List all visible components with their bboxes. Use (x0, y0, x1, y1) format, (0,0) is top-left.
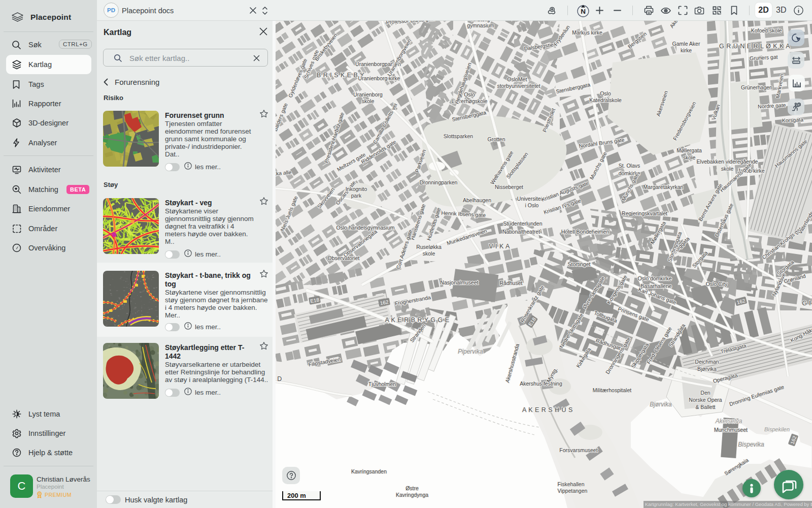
svg-text:Bjørvika: Bjørvika (650, 401, 672, 408)
svg-text:Deichman: Deichman (695, 359, 719, 365)
svg-text:Den: Den (700, 390, 710, 396)
svg-text:B R I S K E B Y: B R I S K E B Y (317, 72, 364, 79)
svg-text:Kofoed skole: Kofoed skole (751, 27, 782, 34)
svg-text:Oslo: Oslo (464, 91, 475, 98)
svg-text:Forsvarsmuseet: Forsvarsmuseet (559, 447, 597, 453)
svg-text:V I K A: V I K A (489, 243, 510, 250)
svg-text:Rådhuset: Rådhuset (500, 280, 523, 286)
svg-text:park: park (351, 193, 362, 199)
svg-text:Katedralskole: Katedralskole (589, 97, 622, 103)
svg-text:skole: skole (423, 250, 435, 257)
svg-text:Oslo domkirke: Oslo domkirke (637, 275, 671, 281)
svg-text:Munchmuseet: Munchmuseet (714, 427, 748, 433)
svg-text:St. Olavs: St. Olavs (619, 163, 640, 169)
svg-text:Uranienborg kirke: Uranienborg kirke (358, 75, 400, 81)
svg-text:skole: skole (721, 166, 734, 172)
svg-text:A K E R S H U S: A K E R S H U S (522, 406, 573, 414)
svg-text:Bispevika: Bispevika (738, 441, 764, 448)
svg-text:Inkognito: Inkognito (346, 186, 367, 192)
svg-text:Stortinget: Stortinget (568, 261, 591, 267)
svg-text:Kavringsanden: Kavringsanden (351, 468, 387, 474)
svg-text:gymnasium: gymnasium (467, 22, 494, 28)
svg-text:G R Ü N E R L Ø K K A: G R Ü N E R L Ø K K A (719, 43, 790, 50)
svg-text:Abelhaugen: Abelhaugen (463, 197, 491, 203)
svg-text:Korsgata: Korsgata (782, 116, 803, 123)
svg-text:Oslo handelsgymnasium: Oslo handelsgymnasium (336, 225, 395, 231)
svg-text:Møllergata: Møllergata (676, 147, 702, 153)
svg-text:Vippetangen: Vippetangen (558, 488, 588, 494)
svg-text:Bispekilen: Bispekilen (764, 426, 790, 432)
svg-text:Nisseberget: Nisseberget (495, 184, 523, 190)
svg-text:Regjeringskvartalet: Regjeringskvartalet (622, 210, 667, 216)
svg-text:Østre: Østre (405, 485, 419, 491)
svg-text:Grünerhagen: Grünerhagen (741, 84, 772, 90)
svg-text:Slottsparken: Slottsparken (444, 133, 473, 139)
svg-text:Markus kirke: Markus kirke (572, 29, 602, 36)
svg-text:A K E R B R Y G G E: A K E R B R Y G G E (385, 316, 449, 324)
svg-text:D: D (277, 375, 282, 383)
svg-text:G R: G R (802, 300, 812, 307)
svg-text:skole: skole (683, 154, 696, 161)
svg-text:Bjørvika: Bjørvika (697, 366, 717, 372)
svg-text:Akerselva: Akerselva (715, 418, 742, 425)
svg-text:Nasjonalmuseet: Nasjonalmuseet (440, 279, 478, 285)
svg-text:storbyuniversitetet: storbyuniversitetet (497, 83, 540, 89)
svg-text:Nationaltheatret: Nationaltheatret (502, 229, 540, 235)
svg-text:Fiskehallen: Fiskehallen (557, 481, 584, 487)
svg-text:i Oslo: i Oslo (525, 202, 539, 208)
svg-text:Militærhospitalet: Militærhospitalet (593, 387, 632, 393)
svg-text:OsloMet -: OsloMet - (507, 76, 530, 82)
svg-text:Grotten: Grotten (487, 136, 505, 142)
svg-text:Dronningparken: Dronningparken (420, 179, 458, 185)
svg-text:Hotell Bondeheimen: Hotell Bondeheimen (561, 229, 610, 235)
svg-text:Margaretakyrkan: Margaretakyrkan (644, 184, 684, 190)
svg-text:Tjuvholmen: Tjuvholmen (368, 381, 396, 387)
svg-text:Norske Opera: Norske Opera (689, 397, 722, 403)
svg-text:Oslo City: Oslo City (706, 281, 728, 287)
svg-text:N: N (581, 8, 586, 15)
svg-text:Oslo: Oslo (600, 90, 611, 97)
svg-text:Kavringdynga: Kavringdynga (396, 492, 428, 498)
svg-text:Akershus festning: Akershus festning (520, 380, 562, 387)
svg-text:Pipervika: Pipervika (458, 348, 483, 355)
svg-text:& Ballett: & Ballett (695, 404, 715, 410)
svg-text:kirke: kirke (681, 47, 692, 53)
svg-text:Ruseløkka: Ruseløkka (416, 244, 442, 250)
svg-text:skole: skole (362, 98, 375, 104)
svg-text:Gamle Aker: Gamle Aker (672, 41, 700, 47)
svg-text:Studenterlunden: Studenterlunden (503, 220, 542, 227)
svg-text:Uranienborg: Uranienborg (353, 91, 383, 98)
